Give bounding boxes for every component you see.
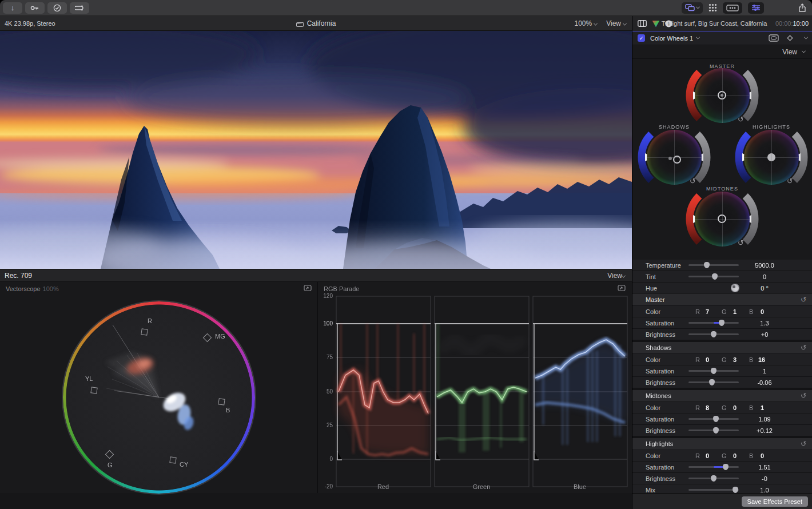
vectorscope-label-yl: YL [85,375,93,382]
master-saturation-row: Saturation 1.3 [632,317,812,328]
midtones-brightness-row: Brightness +0.12 [632,425,812,436]
video-frame-image [0,31,632,269]
highlights-wheel-puck[interactable] [767,153,775,161]
wheels-view-row: View [632,45,812,59]
chevron-down-icon [594,21,598,25]
chevron-down-icon [623,21,627,25]
clapperboard-icon [296,21,304,27]
reset-icon[interactable]: ↺ [801,344,806,352]
section-shadows[interactable]: Shadows↺ [632,342,812,353]
temperature-value[interactable]: 5000.0 [744,262,785,269]
video-inspector-tab[interactable] [638,20,647,27]
midtones-brightness-slider[interactable] [688,427,739,434]
scopes-header-bar: Rec. 709 View [0,269,632,282]
vectorscope-target-red [141,328,148,335]
main-toolbar: ↓ [0,0,812,16]
effect-enable-checkbox[interactable]: ✓ [638,34,645,42]
effect-row-color-wheels[interactable]: ✓ Color Wheels 1 [632,31,812,45]
temperature-row: Temperature 5000.0 [632,260,812,271]
vectorscope-trace [0,282,318,493]
master-saturation-slider[interactable] [688,319,739,327]
share-button[interactable] [798,3,806,13]
master-wheel-reset[interactable]: ↺ [738,115,744,124]
inspector-footer: Save Effects Preset [632,493,812,509]
master-brightness-slider[interactable] [688,331,739,338]
chevron-down-icon [622,273,626,277]
color-inspector-tab[interactable] [652,20,660,27]
viewer-title: California [0,19,632,27]
import-media-button[interactable]: ↓ [3,2,22,14]
clip-tools-button[interactable] [70,2,89,14]
midtones-color-row: Color R8 G0 B1 [632,402,812,413]
tint-row: Tint 0 [632,271,812,282]
inspector-clip-title: Twilight surf, Big Sur Coast, California [661,20,767,27]
midtones-color-wheel[interactable]: ↺ [679,185,765,259]
temperature-slider[interactable] [688,261,739,269]
keyframe-diamond-icon[interactable] [787,35,793,41]
clip-duration: 00:00:10:00 [775,20,809,27]
shadows-saturation-row: Saturation 1 [632,365,812,376]
shadows-brightness-row: Brightness -0.06 [632,377,812,388]
viewer-zoom-menu[interactable]: 100% [575,19,598,27]
scopes-view-menu[interactable]: View [607,272,625,280]
reset-icon[interactable]: ↺ [801,392,806,400]
highlights-color-row: Color R0 G0 B0 [632,450,812,461]
wheels-view-menu[interactable]: View [782,48,797,56]
viewer-header: 4K 23.98p, Stereo California 100% View [0,16,632,31]
video-scopes: Vectorscope100% [0,282,632,493]
shadows-brightness-slider[interactable] [688,379,739,386]
vectorscope-label-b: B [226,407,230,413]
shadows-wheel-reset[interactable]: ↺ [690,177,696,185]
section-highlights[interactable]: Highlights↺ [632,438,812,450]
effect-name: Color Wheels 1 [650,35,693,42]
midtones-wheel-reset[interactable]: ↺ [738,238,744,247]
highlights-brightness-row: Brightness -0 [632,473,812,484]
browser-toggle-button[interactable] [682,2,703,14]
highlights-brightness-slider[interactable] [688,475,739,482]
hue-knob[interactable] [731,284,739,292]
vectorscope-label-cy: CY [180,461,188,468]
fcpx-window: ↓ 4K 23.98p, Stereo [0,0,812,509]
shadows-wheel-dot [668,157,672,160]
vectorscope-target-cyan [169,456,176,463]
shadows-saturation-slider[interactable] [688,367,739,375]
reset-icon[interactable]: ↺ [801,296,806,304]
color-mask-icon[interactable] [769,34,779,42]
master-wheel-puck[interactable] [718,91,726,100]
inspector-toggle-button[interactable] [748,2,764,14]
midtones-wheel-puck[interactable] [718,214,726,223]
parade-plot [318,282,631,493]
midtones-saturation-slider[interactable] [688,415,739,423]
highlights-wheel-reset[interactable]: ↺ [787,177,793,185]
background-tasks-button[interactable] [47,2,67,14]
parade-channel-blue: Blue [534,483,626,490]
color-label: Color [646,308,660,315]
save-effects-preset-button[interactable]: Save Effects Preset [742,496,808,507]
parade-channel-red: Red [337,483,429,490]
chevron-down-icon [802,49,806,53]
clip-icon [75,5,84,11]
wheel-value-sections: Master↺ Color R7 G1 B0 Saturation 1.3 Br… [632,294,812,495]
vectorscope-panel: Vectorscope100% [0,282,318,493]
shadows-color-row: Color R0 G3 B16 [632,354,812,365]
chevron-down-icon [696,35,700,39]
section-midtones[interactable]: Midtones↺ [632,390,812,401]
shadows-wheel-puck[interactable] [673,156,681,164]
vectorscope-label-g: G [108,462,113,468]
viewer-and-scopes: 4K 23.98p, Stereo California 100% View [0,16,632,509]
section-master[interactable]: Master↺ [632,294,812,305]
highlights-saturation-row: Saturation 1.51 [632,462,812,472]
color-wheels-area: MASTER SHADOWS HIGHLIGHTS MIDTONES ↺ [632,59,812,260]
highlights-saturation-slider[interactable] [688,463,739,471]
tint-value[interactable]: 0 [744,273,785,280]
viewer-canvas[interactable] [0,31,632,269]
timeline-index-button[interactable] [723,2,742,14]
keywords-button[interactable] [25,2,45,14]
chevron-down-icon[interactable] [804,35,808,39]
viewer-view-menu[interactable]: View [606,19,626,27]
reset-icon[interactable]: ↺ [801,440,806,448]
hue-value[interactable]: 0 ° [744,285,785,292]
master-brightness-row: Brightness +0 [632,329,812,340]
apps-grid-button[interactable] [708,3,717,12]
tint-slider[interactable] [688,273,739,280]
